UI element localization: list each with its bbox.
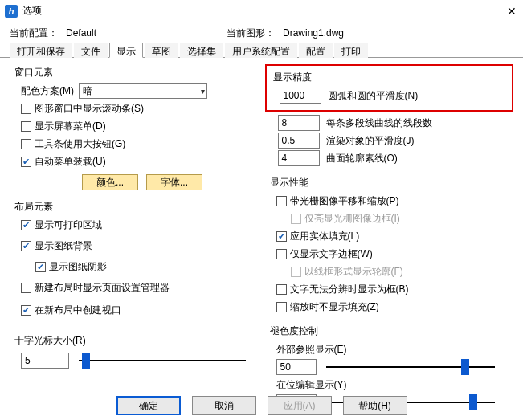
slider-thumb-icon[interactable] xyxy=(82,353,90,369)
tab-open-save[interactable]: 打开和保存 xyxy=(10,43,72,58)
color-scheme-select[interactable]: 暗 ▾ xyxy=(79,83,207,99)
color-scheme-label: 配色方案(M) xyxy=(21,84,74,98)
printable-checkbox[interactable]: ✔ xyxy=(21,220,31,230)
true-color-label: 文字无法分辨时显示为框(B) xyxy=(290,283,409,296)
crosshair-input[interactable]: 5 xyxy=(21,353,69,369)
titlebar: h 选项 ✕ xyxy=(0,0,523,22)
paper-shadow-checkbox[interactable]: ✔ xyxy=(35,262,46,272)
contour-input[interactable]: 4 xyxy=(278,150,320,166)
raster-pan-label: 带光栅图像平移和缩放(P) xyxy=(290,194,399,208)
ok-button[interactable]: 确定 xyxy=(116,396,181,415)
group-fade: 褪色度控制 xyxy=(270,324,514,338)
group-layout-elements: 布局元素 xyxy=(14,200,252,214)
help-button[interactable]: 帮助(H) xyxy=(343,396,407,415)
color-button[interactable]: 颜色... xyxy=(82,174,138,190)
dialog-footer: 确定 取消 应用(A) 帮助(H) xyxy=(0,396,523,415)
render-smooth-input[interactable]: 0.5 xyxy=(278,133,320,149)
screen-menu-label: 显示屏幕菜单(D) xyxy=(35,120,106,133)
text-frame-checkbox[interactable] xyxy=(276,249,287,259)
close-icon[interactable]: ✕ xyxy=(507,5,517,18)
current-drawing-value: Drawing1.dwg xyxy=(283,27,344,39)
render-smooth-label: 渲染对象的平滑度(J) xyxy=(326,134,415,148)
scrollbars-checkbox[interactable] xyxy=(21,104,31,114)
big-buttons-label: 工具条使用大按钮(G) xyxy=(35,137,125,151)
scrollbars-label: 图形窗口中显示滚动条(S) xyxy=(35,102,144,116)
current-drawing-label: 当前图形： xyxy=(227,27,275,40)
cancel-button[interactable]: 取消 xyxy=(192,396,256,415)
wire-silh-label: 以线框形式显示轮廓(F) xyxy=(304,265,403,279)
window-title: 选项 xyxy=(22,4,518,18)
text-frame-label: 仅显示文字边框(W) xyxy=(290,247,373,261)
xref-fade-slider[interactable] xyxy=(326,366,495,368)
paper-bg-label: 显示图纸背景 xyxy=(35,239,92,253)
current-config-value: Default xyxy=(66,27,162,39)
app-logo-icon: h xyxy=(5,5,18,18)
solid-fill-label: 应用实体填充(L) xyxy=(290,230,360,243)
highlight-box: 显示精度 1000 圆弧和圆的平滑度(N) xyxy=(265,64,514,112)
arc-smooth-label: 圆弧和圆的平滑度(N) xyxy=(328,89,419,103)
slider-thumb-icon[interactable] xyxy=(461,359,469,375)
auto-menu-checkbox[interactable]: ✔ xyxy=(21,157,31,167)
raster-pan-checkbox[interactable] xyxy=(276,196,287,206)
page-setup-checkbox[interactable] xyxy=(21,283,31,293)
solid-fill-checkbox[interactable]: ✔ xyxy=(276,231,287,242)
page-setup-label: 新建布局时显示页面设置管理器 xyxy=(35,281,170,295)
true-color-checkbox[interactable] xyxy=(276,284,287,295)
printable-label: 显示可打印区域 xyxy=(35,218,102,232)
group-window-elements: 窗口元素 xyxy=(14,66,252,80)
color-scheme-value: 暗 xyxy=(83,84,92,98)
tab-body: 窗口元素 配色方案(M) 暗 ▾ 图形窗口中显示滚动条(S) 显示屏幕菜单(D)… xyxy=(0,58,523,385)
tab-print[interactable]: 打印 xyxy=(334,43,368,58)
crosshair-label: 十字光标大小(R) xyxy=(14,334,252,348)
wire-silh-checkbox xyxy=(291,267,301,277)
viewport-checkbox[interactable]: ✔ xyxy=(21,305,31,316)
tab-user-prefs[interactable]: 用户系统配置 xyxy=(225,43,297,58)
crosshair-slider[interactable] xyxy=(79,360,246,361)
tab-selection[interactable]: 选择集 xyxy=(180,43,223,58)
paper-bg-checkbox[interactable]: ✔ xyxy=(21,241,31,251)
apply-button: 应用(A) xyxy=(268,396,332,415)
inplace-fade-label: 在位编辑显示(Y) xyxy=(276,378,347,392)
poly-seg-label: 每条多段线曲线的线段数 xyxy=(326,116,432,130)
font-button[interactable]: 字体... xyxy=(146,174,202,190)
tab-bar: 打开和保存 文件 显示 草图 选择集 用户系统配置 配置 打印 xyxy=(0,40,523,58)
config-row: 当前配置： Default 当前图形： Drawing1.dwg xyxy=(0,22,523,40)
current-config-label: 当前配置： xyxy=(10,27,58,40)
auto-menu-label: 自动菜单装载(U) xyxy=(35,155,106,169)
tab-files[interactable]: 文件 xyxy=(74,43,108,58)
viewport-label: 在新布局中创建视口 xyxy=(35,304,121,317)
group-display-perf: 显示性能 xyxy=(270,176,514,190)
contour-label: 曲面轮廓素线(O) xyxy=(326,152,398,165)
zoom-fill-label: 缩放时不显示填充(Z) xyxy=(290,300,379,314)
xref-fade-input[interactable]: 50 xyxy=(276,359,317,375)
tab-sketch[interactable]: 草图 xyxy=(145,43,178,58)
paper-shadow-label: 显示图纸阴影 xyxy=(49,260,107,274)
zoom-fill-checkbox[interactable] xyxy=(276,302,287,312)
tab-display[interactable]: 显示 xyxy=(109,43,143,58)
screen-menu-checkbox[interactable] xyxy=(21,121,31,132)
arc-smooth-input[interactable]: 1000 xyxy=(280,88,321,104)
group-display-precision: 显示精度 xyxy=(273,71,508,84)
hilite-edge-label: 仅亮显光栅图像边框(I) xyxy=(304,212,400,226)
chevron-down-icon: ▾ xyxy=(201,87,205,96)
tab-config[interactable]: 配置 xyxy=(299,43,333,58)
xref-fade-label: 外部参照显示(E) xyxy=(276,343,347,357)
big-buttons-checkbox[interactable] xyxy=(21,139,31,149)
poly-seg-input[interactable]: 8 xyxy=(278,115,320,131)
hilite-edge-checkbox xyxy=(291,214,301,224)
